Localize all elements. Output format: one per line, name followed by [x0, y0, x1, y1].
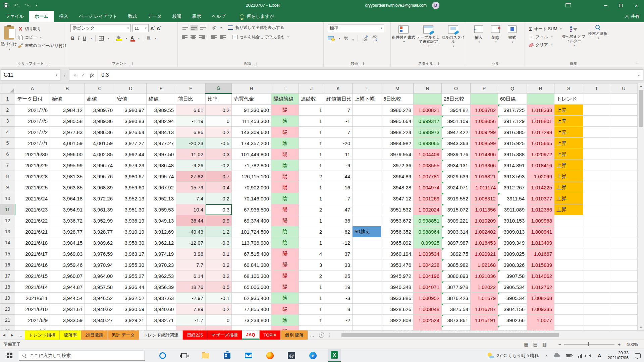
cell-E11[interactable]: 3,959.53 — [147, 204, 176, 215]
cell-empty[interactable] — [583, 237, 610, 248]
new-sheet-button[interactable]: + — [317, 330, 327, 340]
cell-empty[interactable] — [583, 182, 610, 193]
row-header-3[interactable]: 3 — [0, 116, 15, 127]
cell-P19[interactable]: 1.01579 — [471, 293, 498, 304]
tell-me-search[interactable]: 何をしますか — [240, 11, 274, 22]
cell-O15[interactable]: 3892.75 — [442, 248, 471, 259]
cell-S8[interactable]: 上昇 — [554, 171, 583, 182]
cell-E22[interactable]: 3,934.41 — [147, 326, 176, 330]
cell-D14[interactable]: 3,958.30 — [115, 237, 147, 248]
cell-A3[interactable]: 2021/7/5 — [15, 116, 50, 127]
cut-button[interactable]: 切り取り — [18, 26, 67, 32]
alignment-dialog-launcher-icon[interactable] — [254, 62, 257, 65]
cell-Q18[interactable]: 3906.534 — [498, 282, 527, 293]
cell-G12[interactable]: 0.9 — [206, 215, 232, 226]
cell-H7[interactable]: 71,782,800 — [232, 160, 271, 171]
cell-I5[interactable]: 陰 — [271, 138, 299, 149]
cell-C15[interactable]: 3,976.59 — [85, 248, 115, 259]
increase-decimal-icon[interactable]: ←.0.00 — [362, 35, 368, 41]
cell-P14[interactable]: 1.016453 — [471, 237, 498, 248]
cell-B7[interactable]: 3,995.99 — [50, 160, 85, 171]
cell-empty[interactable] — [583, 116, 610, 127]
cell-N14[interactable]: 0.99925 — [414, 237, 442, 248]
cell-Q5[interactable]: 3915.925 — [498, 138, 527, 149]
cell-E14[interactable]: 3,962.12 — [147, 237, 176, 248]
cell-N9[interactable]: 1.004974 — [414, 182, 442, 193]
row-header-20[interactable]: 20 — [0, 304, 15, 315]
cell-I12[interactable]: 陽 — [271, 215, 299, 226]
cell-Q8[interactable]: 3913.593 — [498, 171, 527, 182]
cell-O11[interactable]: 3915.072 — [442, 204, 471, 215]
format-as-table-button[interactable]: テーブルとして書式設定▾ — [416, 23, 441, 48]
cell-K15[interactable]: 37 — [324, 248, 353, 259]
cell-D15[interactable]: 3,963.17 — [115, 248, 147, 259]
cell-S13[interactable] — [554, 226, 583, 237]
cell-B12[interactable]: 3,936.72 — [50, 215, 85, 226]
cell-D2[interactable]: 3,980.97 — [115, 105, 147, 116]
cell-L6[interactable] — [353, 149, 381, 160]
cell-N20[interactable]: 1.003048 — [414, 304, 442, 315]
cell-H6[interactable]: 101,449,800 — [232, 149, 271, 160]
ime-indicator[interactable]: A — [598, 353, 601, 358]
cell-H10[interactable]: 70,146,000 — [232, 193, 271, 204]
cell-C14[interactable]: 3,989.62 — [85, 237, 115, 248]
cell-B15[interactable]: 3,969.03 — [50, 248, 85, 259]
cell-R16[interactable]: 1.015839 — [527, 259, 554, 270]
cell-R13[interactable]: 1.000941 — [527, 226, 554, 237]
cell-N1[interactable] — [414, 94, 442, 105]
column-header-H[interactable]: H — [232, 83, 271, 94]
cell-D3[interactable]: 3,980.83 — [115, 116, 147, 127]
cell-O21[interactable]: 3873.861 — [442, 315, 471, 326]
phonetic-guide-icon[interactable]: 亜 — [147, 36, 151, 41]
row-header-22[interactable]: 22 — [0, 326, 15, 330]
cell-K14[interactable]: -12 — [324, 237, 353, 248]
column-header-S[interactable]: S — [554, 83, 583, 94]
cell-F15[interactable]: 3.96 — [176, 248, 206, 259]
cell-E7[interactable]: 3,986.48 — [147, 160, 176, 171]
comma-style-button[interactable]: , — [352, 36, 354, 41]
cell-D12[interactable]: 3,936.19 — [115, 215, 147, 226]
column-header-N[interactable]: N — [414, 83, 442, 94]
cell-M8[interactable]: 3964.89 — [381, 171, 414, 182]
column-header-D[interactable]: D — [115, 83, 147, 94]
cell-Q7[interactable]: 3914.391 — [498, 160, 527, 171]
column-header-K[interactable]: K — [324, 83, 353, 94]
cell-N21[interactable]: 1.002524 — [414, 315, 442, 326]
cell-K2[interactable]: 7 — [324, 105, 353, 116]
task-view-button[interactable] — [178, 349, 191, 362]
cell-L14[interactable] — [353, 237, 381, 248]
cell-F18[interactable]: 18.76 — [176, 282, 206, 293]
cell-H4[interactable]: 143,309,600 — [232, 127, 271, 138]
cell-N11[interactable]: 1.002024 — [414, 204, 442, 215]
cell-empty[interactable] — [610, 138, 638, 149]
cell-Q16[interactable]: 3908.326 — [498, 259, 527, 270]
cell-I7[interactable]: 陰 — [271, 160, 299, 171]
cell-empty[interactable] — [583, 293, 610, 304]
row-header-4[interactable]: 4 — [0, 127, 15, 138]
column-header-P[interactable]: P — [471, 83, 498, 94]
weather-widget[interactable]: 27°C くもり時々晴れ — [487, 352, 539, 359]
sheet-tab-マザーズ指標[interactable]: マザーズ指標 — [207, 330, 242, 340]
cell-K18[interactable]: 19 — [324, 282, 353, 293]
insert-cells-button[interactable]: 挿入▾ — [470, 23, 487, 44]
sheet-tab-JAQ[interactable]: JAQ — [242, 330, 260, 340]
cell-O9[interactable]: 3924.071 — [442, 182, 471, 193]
cell-K13[interactable]: -62 — [324, 226, 353, 237]
cell-I11[interactable]: 陽 — [271, 204, 299, 215]
cell-N13[interactable]: 0.988964 — [414, 226, 442, 237]
cell-S18[interactable] — [554, 282, 583, 293]
cell-S6[interactable]: 上昇 — [554, 149, 583, 160]
cell-J3[interactable]: 1 — [299, 116, 324, 127]
row-header-1[interactable]: 1 — [0, 94, 15, 105]
cell-J13[interactable]: 2 — [299, 226, 324, 237]
cell-B22[interactable]: 3,925.86 — [50, 326, 85, 330]
fill-handle[interactable] — [230, 214, 232, 215]
cell-R2[interactable]: 1.018333 — [527, 105, 554, 116]
cell-K20[interactable]: 8 — [324, 304, 353, 315]
cell-B2[interactable]: 3,984.12 — [50, 105, 85, 116]
cancel-icon[interactable]: × — [73, 72, 76, 78]
cell-empty[interactable] — [583, 94, 610, 105]
cell-A9[interactable]: 2021/6/25 — [15, 182, 50, 193]
cell-N7[interactable]: 1.003555 — [414, 160, 442, 171]
font-color-icon[interactable]: A — [130, 35, 134, 41]
